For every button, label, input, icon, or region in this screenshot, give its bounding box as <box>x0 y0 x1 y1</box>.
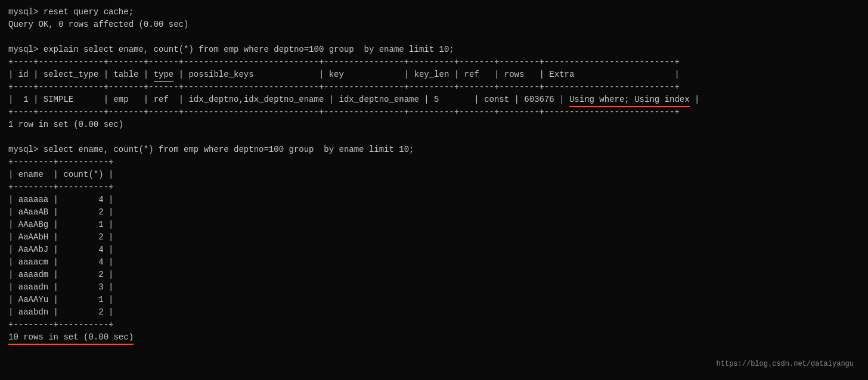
line-12: mysql> select ename, count(*) from emp w… <box>8 144 860 156</box>
line-4: mysql> explain select ename, count(*) fr… <box>8 43 860 56</box>
line-21: | aaaacm | 4 | <box>8 256 860 269</box>
line-14: | ename | count(*) | <box>8 169 860 181</box>
line-27: 10 rows in set (0.00 sec) <box>8 331 860 344</box>
line-8-data: | 1 | SIMPLE | emp | ref | idx_deptno,id… <box>8 94 860 106</box>
line-10: 1 row in set (0.00 sec) <box>8 119 860 131</box>
line-19: | AaAAbH | 2 | <box>8 231 860 244</box>
line-3 <box>8 31 860 43</box>
line-13: +--------+----------+ <box>8 156 860 169</box>
watermark: https://blog.csdn.net/dataiyangu <box>717 359 854 369</box>
line-20: | AaAAbJ | 4 | <box>8 244 860 256</box>
line-25: | aaabdn | 2 | <box>8 306 860 319</box>
rows-underline: 10 rows in set (0.00 sec) <box>8 331 134 344</box>
line-5: +----+-------------+-------+------+-----… <box>8 56 860 68</box>
line-11 <box>8 131 860 144</box>
terminal: mysql> reset query cache; Query OK, 0 ro… <box>8 6 860 374</box>
line-26: +--------+----------+ <box>8 319 860 331</box>
line-2: Query OK, 0 rows affected (0.00 sec) <box>8 18 860 31</box>
line-17: | aAaaAB | 2 | <box>8 206 860 219</box>
extra-underline: Using where; Using index <box>569 94 690 106</box>
type-underline: type <box>154 68 174 81</box>
line-15: +--------+----------+ <box>8 181 860 194</box>
line-18: | AAaABg | 1 | <box>8 219 860 231</box>
line-9: +----+-------------+-------+------+-----… <box>8 106 860 119</box>
line-1: mysql> reset query cache; <box>8 6 860 18</box>
line-6-header: | id | select_type | table | type | poss… <box>8 68 860 81</box>
line-7: +----+-------------+-------+------+-----… <box>8 81 860 94</box>
line-24: | AaAAYu | 1 | <box>8 294 860 306</box>
line-16: | aaaaaa | 4 | <box>8 194 860 206</box>
line-22: | aaaadm | 2 | <box>8 269 860 281</box>
line-23: | aaaadn | 3 | <box>8 281 860 294</box>
